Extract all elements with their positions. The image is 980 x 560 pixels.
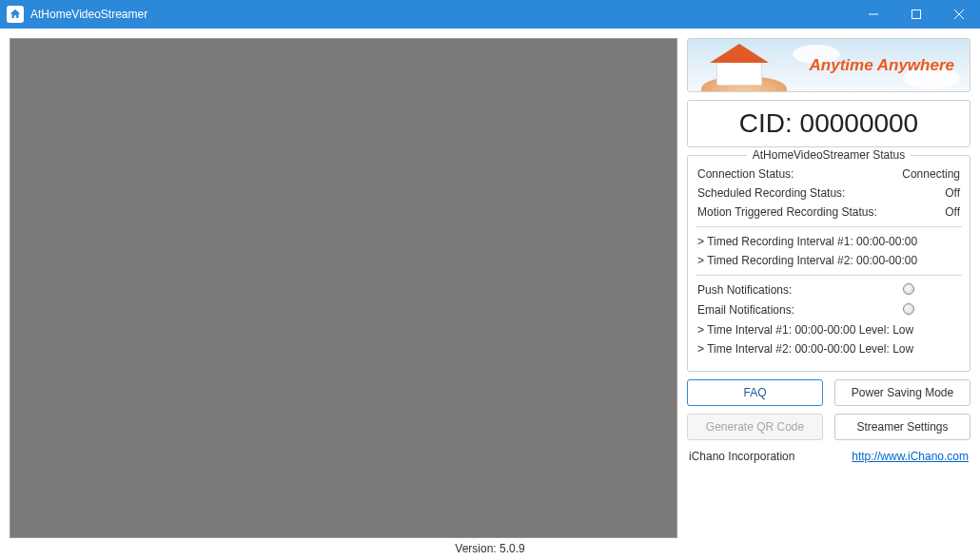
email-notifications-radio[interactable] [903, 303, 914, 315]
connection-status-value: Connecting [902, 167, 960, 181]
motion-recording-label: Motion Triggered Recording Status: [697, 205, 877, 219]
banner: Anytime Anywhere [687, 38, 970, 92]
connection-status-label: Connection Status: [697, 167, 794, 181]
app-icon [7, 6, 24, 23]
banner-text: Anytime Anywhere [810, 56, 954, 75]
status-group: AtHomeVideoStreamer Status Connection St… [687, 155, 970, 372]
cid-box: CID: 00000000 [687, 100, 970, 147]
status-legend: AtHomeVideoStreamer Status [697, 148, 960, 162]
scheduled-recording-label: Scheduled Recording Status: [697, 186, 845, 200]
company-name: iChano Incorporation [689, 450, 794, 463]
power-saving-button[interactable]: Power Saving Mode [834, 379, 970, 406]
separator [696, 226, 962, 227]
window-title: AtHomeVideoStreamer [30, 8, 147, 21]
streamer-settings-button[interactable]: Streamer Settings [834, 414, 970, 440]
cid-value: CID: 00000000 [688, 108, 970, 139]
push-notifications-label: Push Notifications: [697, 283, 792, 298]
minimize-button[interactable] [852, 0, 894, 29]
time-interval-1: > Time Interval #1: 00:00-00:00 Level: L… [697, 323, 960, 337]
push-notifications-radio[interactable] [903, 283, 914, 295]
timed-interval-1: > Timed Recording Interval #1: 00:00-00:… [697, 235, 960, 248]
generate-qr-button: Generate QR Code [687, 414, 823, 440]
svg-rect-1 [911, 10, 920, 19]
motion-recording-value: Off [945, 205, 960, 219]
title-bar: AtHomeVideoStreamer [0, 0, 980, 29]
timed-interval-2: > Timed Recording Interval #2: 00:00-00:… [697, 254, 960, 267]
content-area: Anytime Anywhere CID: 00000000 AtHomeVid… [0, 29, 980, 538]
side-panel: Anytime Anywhere CID: 00000000 AtHomeVid… [687, 38, 970, 538]
version-label: Version: 5.0.9 [0, 538, 980, 560]
time-interval-2: > Time Interval #2: 00:00-00:00 Level: L… [697, 342, 960, 356]
company-link[interactable]: http://www.iChano.com [852, 450, 969, 463]
footer-row: iChano Incorporation http://www.iChano.c… [687, 448, 970, 465]
maximize-button[interactable] [894, 0, 937, 29]
separator [696, 275, 962, 276]
scheduled-recording-value: Off [945, 186, 960, 200]
video-preview-panel [10, 38, 677, 538]
house-illustration [696, 38, 791, 92]
email-notifications-label: Email Notifications: [697, 303, 794, 318]
faq-button[interactable]: FAQ [687, 379, 823, 406]
close-button[interactable] [937, 0, 980, 29]
